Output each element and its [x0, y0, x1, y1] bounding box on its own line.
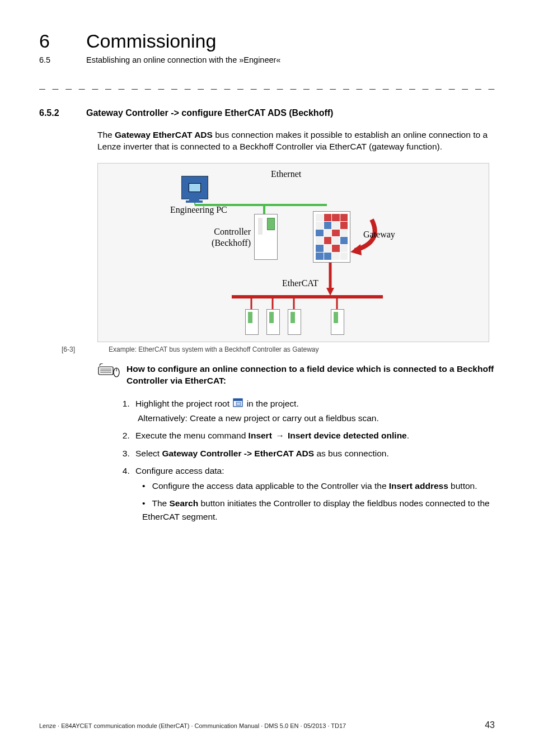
figure-caption: [6-3] Example: EtherCAT bus system with … — [39, 346, 495, 353]
label-gateway: Gateway — [363, 230, 395, 240]
subsection-number: 6.5.2 — [39, 108, 64, 118]
label-ethernet: Ethernet — [271, 169, 301, 179]
label-controller-line1: Controller — [208, 227, 251, 237]
gateway-icon — [313, 211, 350, 263]
svg-rect-18 — [233, 399, 242, 401]
step-3-pre: Select — [135, 449, 162, 458]
step-3-post: as bus connection. — [314, 449, 389, 458]
step-2-pre: Execute the menu command — [135, 431, 249, 440]
intro-pre: The — [97, 130, 115, 139]
figure-caption-text: Example: EtherCAT bus system with a Beck… — [109, 346, 319, 353]
label-ethercat: EtherCAT — [282, 278, 318, 288]
page-number: 43 — [485, 720, 495, 730]
step-1-sub: Alternatively: Create a new project or c… — [138, 412, 495, 424]
intro-bold: Gateway EtherCAT ADS — [115, 130, 213, 139]
howto-block: How to configure an online connection to… — [97, 363, 495, 387]
pc-base-icon — [186, 200, 203, 203]
drive-icon — [266, 309, 280, 335]
step-4-bullet-2: The Search button initiates the Controll… — [139, 497, 495, 523]
steps-list: Highlight the project root in the projec… — [118, 397, 495, 523]
section-number: 6.5 — [39, 55, 64, 64]
label-controller-line2: (Beckhoff) — [208, 238, 251, 248]
controller-icon — [254, 214, 278, 260]
engineering-pc-icon — [181, 176, 208, 199]
step-2-cmd: Insert device detected online — [288, 431, 407, 440]
svg-rect-19 — [236, 402, 241, 405]
howto-line1: How to configure an online connection to… — [127, 364, 494, 374]
subsection-header: 6.5.2 Gateway Controller -> configure Et… — [39, 108, 495, 118]
drive-icon — [288, 309, 301, 335]
figure-caption-num: [6-3] — [62, 346, 95, 353]
howto-text: How to configure an online connection to… — [127, 363, 494, 387]
drive-icon — [245, 309, 259, 335]
label-engineering-pc: Engineering PC — [170, 205, 227, 215]
chapter-number: 6 — [39, 30, 64, 52]
step-4b1-pre: Configure the access data applicable to … — [152, 481, 389, 491]
howto-line2: Controller via EtherCAT: — [127, 376, 226, 385]
step-4b1-post: button. — [448, 481, 477, 491]
step-3: Select Gateway Controller -> EtherCAT AD… — [132, 447, 495, 460]
drive-icon — [331, 309, 344, 335]
step-4b1-bold: Insert address — [389, 481, 448, 491]
divider: _ _ _ _ _ _ _ _ _ _ _ _ _ _ _ _ _ _ _ _ … — [39, 80, 495, 91]
step-2-post: . — [407, 431, 409, 440]
chapter-title: Commissioning — [86, 30, 216, 52]
step-4-text: Configure access data: — [135, 466, 224, 475]
footer-text: Lenze · E84AYCET communication module (E… — [39, 722, 346, 729]
step-1-post: in the project. — [244, 399, 298, 408]
step-4b2-bold: Search — [169, 498, 198, 508]
step-2-insert: Insert — [249, 431, 272, 440]
figure: Engineering PC Ethernet Controller (Beck… — [97, 163, 489, 342]
chapter-header: 6 Commissioning — [39, 30, 495, 52]
step-1-pre: Highlight the project root — [135, 399, 232, 408]
step-3-bold: Gateway Controller -> EtherCAT ADS — [162, 449, 314, 458]
page-footer: Lenze · E84AYCET communication module (E… — [39, 720, 495, 730]
arrow-icon: → — [275, 429, 284, 442]
section-title: Establishing an online connection with t… — [86, 55, 280, 64]
subsection-title: Gateway Controller -> configure EtherCAT… — [86, 108, 333, 118]
step-2: Execute the menu command Insert → Insert… — [132, 429, 495, 442]
step-4: Configure access data: Configure the acc… — [132, 464, 495, 523]
project-root-icon — [233, 398, 243, 410]
page: 6 Commissioning 6.5 Establishing an onli… — [0, 0, 534, 756]
step-1: Highlight the project root in the projec… — [132, 397, 495, 425]
step-4-bullet-1: Configure the access data applicable to … — [139, 479, 495, 492]
intro-paragraph: The Gateway EtherCAT ADS bus connection … — [97, 129, 495, 153]
step-4b2-pre: The — [152, 498, 169, 508]
section-header: 6.5 Establishing an online connection wi… — [39, 55, 495, 64]
keyboard-mouse-icon — [97, 363, 120, 378]
